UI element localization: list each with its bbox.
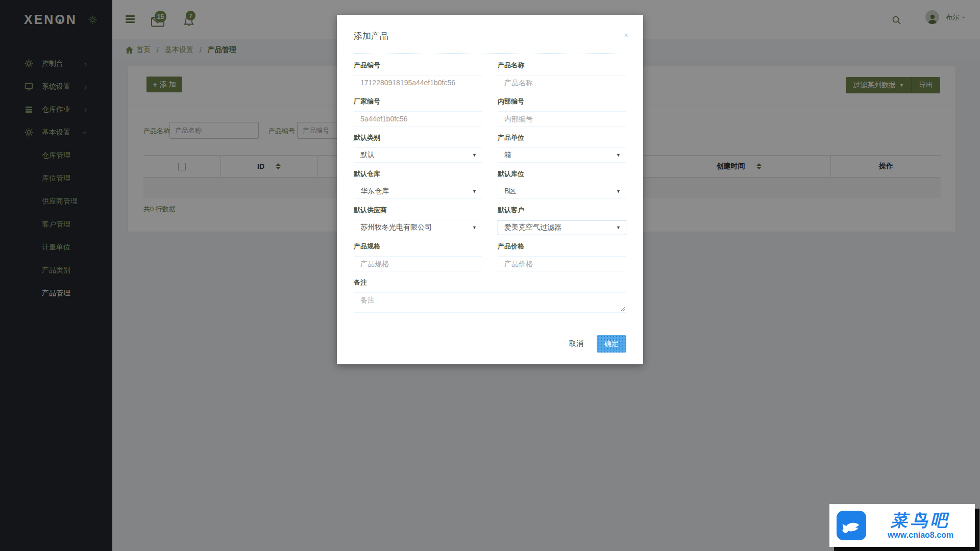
product-price-label: 产品价格 [498, 242, 626, 251]
factory-code-input[interactable] [354, 111, 482, 127]
bird-logo-icon [836, 510, 867, 541]
default-customer-select[interactable]: 爱美克空气过滤器 ▼ [498, 220, 626, 235]
modal-header: 添加产品 × [354, 30, 626, 42]
default-location-value: B区 [504, 187, 516, 196]
default-location-label: 默认库位 [498, 169, 626, 179]
watermark-card: 菜鸟吧 www.cniao8.com [829, 504, 975, 547]
product-unit-select[interactable]: 箱 ▼ [498, 147, 626, 163]
default-supplier-label: 默认供应商 [354, 206, 482, 215]
product-code-input[interactable] [354, 75, 482, 90]
default-warehouse-select[interactable]: 华东仓库 ▼ [354, 184, 482, 199]
caret-down-icon: ▼ [616, 225, 621, 230]
internal-code-input[interactable] [498, 111, 626, 127]
internal-code-label: 内部编号 [498, 97, 626, 106]
remark-textarea[interactable] [354, 292, 626, 313]
default-customer-value: 爱美克空气过滤器 [504, 223, 561, 232]
default-location-select[interactable]: B区 ▼ [498, 184, 626, 199]
confirm-button[interactable]: 确定 [597, 335, 626, 353]
watermark-title: 菜鸟吧 [891, 511, 950, 530]
product-unit-label: 产品单位 [498, 133, 626, 142]
factory-code-label: 厂家编号 [354, 97, 482, 106]
cancel-button[interactable]: 取消 [566, 336, 586, 352]
remark-label: 备注 [354, 278, 626, 287]
caret-down-icon: ▼ [472, 189, 477, 194]
default-warehouse-label: 默认仓库 [354, 169, 482, 179]
product-spec-label: 产品规格 [354, 242, 482, 251]
modal-title: 添加产品 [354, 31, 388, 41]
product-price-input[interactable] [498, 256, 626, 271]
product-name-input[interactable] [498, 75, 626, 90]
default-category-select[interactable]: 默认 ▼ [354, 147, 482, 163]
default-supplier-value: 苏州牧冬光电有限公司 [360, 223, 432, 232]
close-icon[interactable]: × [624, 31, 628, 39]
product-unit-value: 箱 [504, 151, 511, 160]
default-category-label: 默认类别 [354, 133, 482, 142]
product-name-label: 产品名称 [498, 61, 626, 70]
caret-down-icon: ▼ [472, 153, 477, 158]
default-customer-label: 默认客户 [498, 206, 626, 215]
add-product-modal: 添加产品 × 产品编号 产品名称 厂家编号 内部编号 默认类别 默认 ▼ [337, 15, 643, 364]
caret-down-icon: ▼ [472, 225, 477, 230]
default-warehouse-value: 华东仓库 [360, 187, 389, 196]
default-category-value: 默认 [360, 151, 375, 160]
watermark-url: www.cniao8.com [888, 531, 953, 540]
default-supplier-select[interactable]: 苏州牧冬光电有限公司 ▼ [354, 220, 482, 235]
product-spec-input[interactable] [354, 256, 482, 271]
caret-down-icon: ▼ [616, 153, 621, 158]
product-code-label: 产品编号 [354, 61, 482, 70]
caret-down-icon: ▼ [616, 189, 621, 194]
modal-footer: 取消 确定 [354, 335, 626, 353]
